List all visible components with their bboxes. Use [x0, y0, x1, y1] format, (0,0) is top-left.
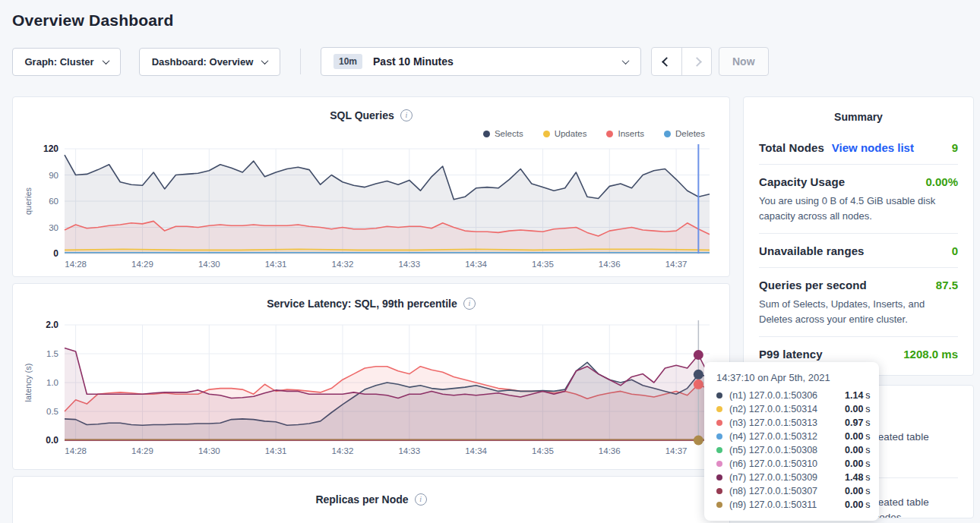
legend-label: Deletes — [675, 129, 705, 138]
dashboard-dropdown-label: Dashboard: Overview — [152, 56, 254, 68]
info-icon[interactable]: i — [463, 298, 476, 310]
tooltip-node-unit: s — [865, 417, 870, 428]
time-next-button[interactable] — [681, 48, 711, 75]
summary-item-value: 1208.0 ms — [903, 348, 958, 361]
tooltip-timestamp: 14:37:10 on Apr 5th, 2021 — [716, 372, 867, 383]
svg-text:1.5: 1.5 — [46, 349, 58, 358]
tooltip-row: (n7) 127.0.0.1:503091.48s — [716, 471, 867, 484]
tooltip-row: (n2) 127.0.0.1:503140.00s — [716, 402, 867, 416]
svg-text:14:29: 14:29 — [131, 260, 153, 269]
tooltip-rows: (n1) 127.0.0.1:503061.14s(n2) 127.0.0.1:… — [716, 389, 867, 512]
svg-text:14:36: 14:36 — [599, 446, 621, 455]
sql-queries-chart[interactable]: 14:2814:2914:3014:3114:3214:3314:3414:35… — [21, 141, 722, 275]
summary-item-description: You are using 0 B of 4.5 GiB usable disk… — [759, 194, 958, 223]
svg-text:30: 30 — [49, 223, 58, 232]
chevron-left-icon — [662, 57, 672, 67]
sql-queries-legend: SelectsUpdatesInsertsDeletes — [21, 128, 705, 140]
summary-item-label: Total Nodes — [759, 141, 824, 154]
graph-dropdown-label: Graph: Cluster — [24, 56, 93, 68]
svg-text:14:30: 14:30 — [198, 446, 220, 455]
svg-text:14:34: 14:34 — [465, 260, 487, 269]
view-nodes-list-link[interactable]: View nodes list — [832, 141, 914, 154]
chevron-right-icon — [692, 57, 702, 67]
svg-text:14:32: 14:32 — [332, 260, 354, 269]
legend-label: Selects — [495, 129, 523, 138]
legend-item-inserts[interactable]: Inserts — [606, 128, 644, 140]
legend-item-selects[interactable]: Selects — [483, 128, 523, 140]
summary-item: Unavailable ranges0 — [759, 234, 958, 268]
time-prev-button[interactable] — [652, 48, 681, 75]
svg-text:14:31: 14:31 — [265, 260, 287, 269]
sql-queries-panel: SQL Queries i SelectsUpdatesInsertsDelet… — [12, 96, 730, 277]
tooltip-node-unit: s — [865, 445, 870, 455]
svg-text:14:35: 14:35 — [532, 446, 554, 455]
legend-dot-icon — [664, 131, 671, 137]
info-icon[interactable]: i — [400, 109, 413, 121]
tooltip-node-unit: s — [865, 499, 870, 510]
svg-text:14:28: 14:28 — [65, 446, 87, 455]
node-color-dot-icon — [716, 406, 722, 412]
summary-item-value: 0 — [952, 244, 958, 257]
chart-title-service-latency: Service Latency: SQL, 99th percentile — [267, 298, 457, 310]
node-color-dot-icon — [716, 447, 722, 453]
summary-item-label: Capacity Usage — [759, 175, 845, 188]
tooltip-row: (n3) 127.0.0.1:503130.97s — [716, 416, 867, 430]
tooltip-row: (n4) 127.0.0.1:503120.00s — [716, 430, 867, 443]
tooltip-row: (n9) 127.0.0.1:503110.00s — [716, 498, 867, 512]
svg-text:90: 90 — [49, 171, 58, 180]
svg-text:latency (s): latency (s) — [24, 364, 33, 402]
tooltip-node-label: (n3) 127.0.0.1:50313 — [729, 417, 840, 428]
tooltip-node-value: 0.00 — [845, 499, 863, 510]
service-latency-chart[interactable]: 14:2814:2914:3014:3114:3214:3314:3414:35… — [21, 317, 722, 462]
latency-tooltip: 14:37:10 on Apr 5th, 2021 (n1) 127.0.0.1… — [704, 362, 879, 521]
tooltip-date: Apr 5th, 2021 — [771, 372, 830, 383]
summary-item: Total NodesView nodes list9 — [759, 131, 958, 165]
time-range-dropdown[interactable]: 10m Past 10 Minutes — [321, 47, 641, 76]
tooltip-node-unit: s — [865, 458, 870, 469]
tooltip-node-value: 0.97 — [845, 417, 863, 428]
tooltip-node-unit: s — [865, 390, 870, 401]
dashboard-dropdown[interactable]: Dashboard: Overview — [139, 48, 280, 76]
time-nav-group — [651, 47, 712, 76]
legend-item-deletes[interactable]: Deletes — [664, 128, 705, 140]
tooltip-connector: on — [757, 372, 768, 383]
charts-column: SQL Queries i SelectsUpdatesInsertsDelet… — [12, 96, 730, 523]
time-window-badge: 10m — [334, 54, 362, 69]
replicas-per-node-panel: Replicas per Node i — [12, 476, 730, 523]
node-color-dot-icon — [716, 420, 722, 426]
service-latency-panel: Service Latency: SQL, 99th percentile i … — [12, 283, 730, 470]
chevron-down-icon — [102, 57, 109, 65]
legend-item-updates[interactable]: Updates — [543, 128, 587, 140]
tooltip-node-label: (n5) 127.0.0.1:50308 — [729, 445, 840, 455]
summary-item: Capacity Usage0.00%You are using 0 B of … — [759, 165, 958, 234]
summary-item: Queries per second87.5Sum of Selects, Up… — [759, 268, 958, 337]
tooltip-node-unit: s — [865, 486, 870, 496]
legend-dot-icon — [606, 131, 613, 137]
svg-text:14:28: 14:28 — [65, 260, 87, 269]
svg-text:14:33: 14:33 — [398, 260, 420, 269]
tooltip-node-value: 0.00 — [845, 458, 863, 469]
legend-label: Inserts — [618, 129, 644, 138]
legend-dot-icon — [483, 131, 490, 137]
svg-text:14:35: 14:35 — [532, 260, 554, 269]
legend-dot-icon — [543, 131, 550, 137]
tooltip-node-label: (n9) 127.0.0.1:50311 — [729, 499, 840, 510]
tooltip-row: (n1) 127.0.0.1:503061.14s — [716, 389, 867, 402]
node-color-dot-icon — [716, 502, 722, 508]
summary-item-value: 87.5 — [936, 279, 958, 291]
tooltip-node-value: 0.00 — [845, 486, 863, 496]
summary-item-description: Sum of Selects, Updates, Inserts, and De… — [759, 297, 958, 326]
tooltip-node-label: (n8) 127.0.0.1:50307 — [729, 486, 840, 496]
now-button[interactable]: Now — [719, 47, 769, 76]
summary-panel: Summary Total NodesView nodes list9Capac… — [743, 96, 974, 376]
graph-dropdown[interactable]: Graph: Cluster — [12, 48, 121, 76]
svg-text:queries: queries — [24, 187, 33, 215]
svg-text:0.0: 0.0 — [46, 435, 58, 446]
node-color-dot-icon — [716, 461, 722, 467]
svg-text:14:34: 14:34 — [465, 446, 487, 455]
chevron-down-icon — [622, 57, 630, 65]
tooltip-node-label: (n1) 127.0.0.1:50306 — [729, 390, 840, 401]
info-icon[interactable]: i — [415, 493, 427, 506]
tooltip-node-label: (n2) 127.0.0.1:50314 — [729, 404, 840, 414]
tooltip-time: 14:37:10 — [716, 372, 755, 383]
